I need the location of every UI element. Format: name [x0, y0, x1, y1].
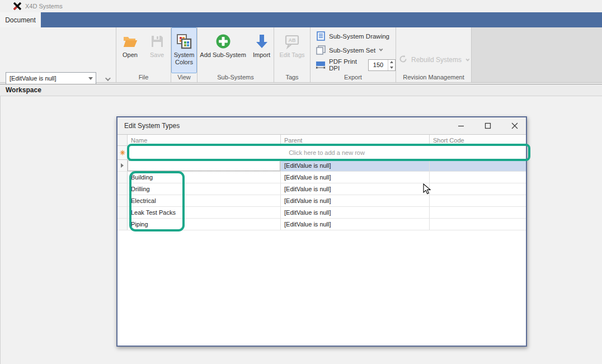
cell-parent[interactable]: [EditValue is null]: [281, 160, 430, 171]
mouse-cursor: [423, 183, 431, 196]
ribbon-group-system-types: [EditValue is null] System Types: [0, 27, 116, 82]
ribbon-group-tags: AB Edit Tags Tags: [274, 27, 311, 82]
cell-parent[interactable]: [EditValue is null]: [281, 207, 430, 218]
cell-parent[interactable]: [EditValue is null]: [281, 195, 430, 206]
table-row[interactable]: Electrical[EditValue is null]: [117, 195, 526, 207]
ribbon-empty-area: [472, 27, 602, 82]
group-label-tags: Tags: [274, 73, 310, 82]
ribbon-group-sub-systems: Add Sub-System Import Sub-Systems: [197, 27, 274, 82]
cell-name[interactable]: Drilling: [128, 183, 281, 195]
row-indicator: [117, 219, 128, 230]
dialog-title: Edit System Types: [117, 122, 457, 130]
ribbon-group-revision-management: Rebuild Systems Revision Management: [396, 27, 472, 82]
cell-parent[interactable]: [EditValue is null]: [281, 219, 430, 230]
sub-system-set-label: Sub-System Set: [329, 47, 375, 54]
edit-tags-button[interactable]: AB Edit Tags: [279, 27, 305, 73]
cell-shortcode[interactable]: [430, 172, 526, 183]
row-indicator: [117, 195, 128, 206]
edit-system-types-dialog: Edit System Types Name Parent Short Code: [116, 116, 527, 347]
titlebar: X4D Systems: [0, 0, 602, 12]
column-header-parent[interactable]: Parent: [281, 135, 430, 145]
tabstrip-accent-bar: [41, 12, 602, 27]
minimize-button[interactable]: [457, 122, 465, 130]
cell-shortcode[interactable]: [430, 195, 526, 206]
group-label-export: Export: [311, 73, 396, 82]
chevron-down-icon: [105, 75, 110, 81]
cell-name[interactable]: [128, 160, 281, 171]
system-types-dropdown-button[interactable]: [101, 74, 112, 83]
group-label-revision-management: Revision Management: [396, 73, 471, 82]
column-header-short-code[interactable]: Short Code: [430, 135, 526, 145]
open-label: Open: [123, 51, 138, 59]
ribbon: [EditValue is null] System Types: [0, 27, 602, 83]
add-sub-system-label: Add Sub-System: [200, 51, 246, 59]
open-button[interactable]: Open: [117, 27, 143, 73]
spin-down-button[interactable]: [388, 65, 395, 70]
ribbon-tabstrip: Document: [0, 12, 602, 27]
sub-system-set-button[interactable]: Sub-System Set: [311, 43, 396, 57]
cell-name[interactable]: Piping: [128, 219, 281, 230]
pdf-print-dpi-label: PDF Print DPI: [329, 58, 363, 72]
dpi-input[interactable]: [369, 60, 388, 70]
new-row-indicator: [117, 146, 128, 159]
column-header-name[interactable]: Name: [128, 135, 281, 145]
stacked-pages-icon: [316, 45, 326, 55]
drawing-document-icon: [316, 31, 326, 41]
table-row[interactable]: Drilling[EditValue is null]: [117, 183, 526, 195]
application-window: X4D Systems Document [EditValue is null]…: [0, 0, 602, 364]
cell-name[interactable]: Leak Test Packs: [128, 207, 281, 218]
group-label-sub-systems: Sub-Systems: [197, 73, 274, 82]
svg-text:AB: AB: [289, 37, 296, 43]
rebuild-systems-button[interactable]: Rebuild Systems: [399, 46, 468, 73]
row-indicator: [117, 183, 128, 195]
asterisk-icon: [120, 150, 125, 155]
system-types-combobox[interactable]: [EditValue is null]: [6, 72, 96, 84]
window-title: X4D Systems: [25, 3, 63, 10]
spin-up-button[interactable]: [388, 60, 395, 65]
dialog-titlebar: Edit System Types: [117, 117, 526, 134]
dropdown-arrow-icon[interactable]: [86, 77, 96, 80]
import-arrow-icon: [255, 31, 269, 51]
table-row[interactable]: Leak Test Packs[EditValue is null]: [117, 207, 526, 219]
selected-row-arrow-icon: [121, 163, 124, 168]
table-row[interactable]: [EditValue is null]: [117, 160, 526, 172]
edit-tags-icon: AB: [284, 31, 300, 51]
import-label: Import: [253, 51, 270, 59]
cell-name[interactable]: Building: [128, 172, 281, 183]
row-indicator-header: [117, 135, 128, 145]
cell-parent[interactable]: [EditValue is null]: [281, 183, 430, 195]
combobox-value: [EditValue is null]: [6, 75, 86, 82]
table-row[interactable]: Building[EditValue is null]: [117, 172, 526, 183]
chevron-down-icon: [465, 57, 469, 61]
cell-shortcode[interactable]: [430, 160, 526, 171]
maximize-button[interactable]: [483, 122, 492, 130]
open-folder-icon: [122, 31, 139, 51]
workspace-header: Workspace: [0, 84, 602, 96]
ribbon-group-file: Open Save File: [116, 27, 171, 82]
group-label-view: View: [171, 73, 197, 82]
add-new-row[interactable]: Click here to add a new row: [117, 146, 526, 160]
sub-system-drawing-button[interactable]: Sub-System Drawing: [311, 29, 396, 43]
refresh-icon: [399, 55, 407, 65]
save-button[interactable]: Save: [144, 27, 170, 73]
chevron-down-icon: [379, 48, 383, 51]
close-button[interactable]: [510, 122, 519, 130]
cell-shortcode[interactable]: [430, 219, 526, 230]
table-row[interactable]: Piping[EditValue is null]: [117, 219, 526, 230]
cell-parent[interactable]: [EditValue is null]: [281, 172, 430, 183]
add-sub-system-button[interactable]: Add Sub-System: [197, 27, 248, 73]
save-floppy-icon: [150, 31, 164, 51]
cell-shortcode[interactable]: [430, 183, 526, 195]
row-indicator: [117, 207, 128, 218]
app-logo-icon: [13, 2, 21, 10]
tab-document[interactable]: Document: [0, 12, 41, 27]
rebuild-systems-label: Rebuild Systems: [411, 56, 462, 64]
import-button[interactable]: Import: [250, 27, 274, 73]
group-label-file: File: [116, 73, 171, 82]
cell-name[interactable]: Electrical: [128, 195, 281, 206]
cell-shortcode[interactable]: [430, 207, 526, 218]
edit-tags-label: Edit Tags: [279, 51, 304, 59]
row-indicator: [117, 160, 128, 171]
dpi-spin-editor[interactable]: [368, 59, 396, 71]
system-colors-button[interactable]: System Colors: [171, 27, 197, 73]
